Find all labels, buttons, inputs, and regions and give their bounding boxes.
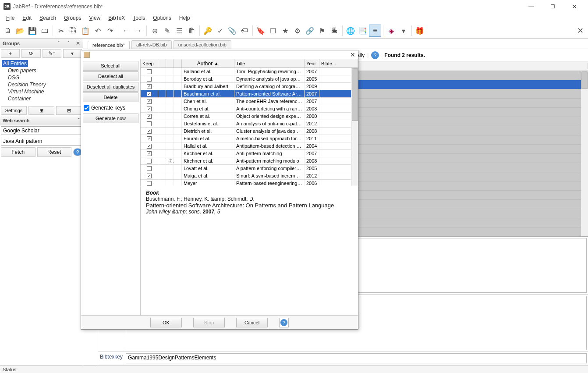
undo-icon[interactable]: ↶ [92,25,104,37]
print-icon[interactable]: 🖶 [328,25,340,37]
import-row[interactable]: ✓Buschmann et al.Pattern-oriented Softwa… [141,90,358,98]
bookmark-icon[interactable]: 🔖 [255,25,267,37]
attach-icon[interactable]: 📎 [226,25,238,37]
ok-button[interactable]: OK [150,318,182,327]
import-row[interactable]: ✓Dietrich et al.Cluster analysis of java… [141,128,358,135]
import-row[interactable]: ⿻Kirchner et al.Anti-pattern matching mo… [141,157,358,165]
copy-key-icon[interactable]: 📑 [357,25,369,37]
tab-references[interactable]: references.bib* [88,41,130,49]
close-button[interactable]: ✕ [564,0,584,13]
cancel-button[interactable]: Cancel [236,318,268,327]
menu-view[interactable]: View [85,14,104,22]
websearch-query[interactable]: Java Anti pattern [1,137,82,146]
import-row[interactable]: ✓Kirchner et al.Anti-pattern matching200… [141,150,358,157]
group-all-entries[interactable]: All Entries [2,60,28,67]
import-row[interactable]: MeyerPattern-based reengineering o...200… [141,180,358,186]
group-add-button[interactable]: + [1,49,20,58]
bookmark2-icon[interactable]: ☐ [267,25,279,37]
generate-keys-checkbox[interactable]: Generate keys [83,103,138,113]
back-icon[interactable]: ← [120,25,132,37]
close-tab-icon[interactable]: ✕ [574,26,586,36]
import-row[interactable]: Balland et al.Tom: Piggybacking rewritin… [141,68,358,75]
group-settings-button[interactable]: ▾ [63,49,82,58]
flag-icon[interactable]: ⚑ [316,25,328,37]
menu-tools[interactable]: Tools [129,14,149,22]
menu-groups[interactable]: Groups [60,14,85,22]
fetch-button[interactable]: Fetch [1,147,35,157]
group-refresh-button[interactable]: ⟳ [21,49,40,58]
maximize-button[interactable]: ☐ [543,0,563,13]
deselect-all-button[interactable]: Deselect all [83,71,138,81]
link-icon[interactable]: 🔗 [304,25,316,37]
gift-icon[interactable]: 🎁 [414,25,426,37]
deselect-duplicates-button[interactable]: Deselect all duplicates [83,82,138,92]
import-row[interactable]: ✓Fourati et al.A metric-based approach f… [141,135,358,142]
delete-icon[interactable]: 🗑 [185,25,198,37]
globe-icon[interactable]: 🌐 [344,25,357,37]
dialog-close-icon[interactable]: ✕ [350,51,355,58]
import-table[interactable]: Keep Author ▲ Title Year Bibte... Ballan… [141,59,358,186]
menu-file[interactable]: File [3,14,18,22]
groups-close-icon[interactable]: ✕ [73,40,83,46]
col-import-bibtex[interactable]: Bibte... [319,59,358,67]
menu-help[interactable]: Help [176,14,194,22]
dropdown-icon[interactable]: ▾ [397,25,410,37]
import-scrollbar[interactable] [351,68,358,186]
menu-options[interactable]: Options [149,14,174,22]
copy-icon[interactable]: ⿻ [67,25,79,37]
groups-down-icon[interactable]: ˅ [64,40,73,46]
minimize-button[interactable]: — [521,0,541,13]
group-item[interactable]: Container [2,95,81,102]
import-row[interactable]: ✓Bradbury and JalbertDefining a catalog … [141,83,358,90]
col-import-title[interactable]: Title [234,59,305,67]
import-row[interactable]: Destefanis et al.An analysis of anti-mic… [141,120,358,128]
tag-icon[interactable]: 🏷 [238,25,251,37]
key-icon[interactable]: 🔑 [202,25,214,37]
import-row[interactable]: Lovatt et al.A pattern enforcing compile… [141,165,358,172]
scrollbar[interactable] [581,71,588,236]
settings-collapse-button[interactable]: ⊟ [56,106,82,115]
tab-allrefs[interactable]: all-refs-DB.bib [131,40,172,49]
import-row[interactable]: Boroday et al.Dynamic analysis of java a… [141,75,358,83]
col-import-year[interactable]: Year [305,59,319,67]
groups-up-icon[interactable]: ˄ [54,40,64,46]
menu-search[interactable]: Search [36,14,60,22]
cleanup-icon[interactable]: ✓ [214,25,226,37]
import-row[interactable]: ✓Correa et al.Object oriented design exp… [141,113,358,120]
dialog-help-icon[interactable]: ? [279,318,289,327]
stop-button[interactable]: Stop [193,318,225,327]
edit-strings-icon[interactable]: ☰ [173,25,185,37]
menu-edit[interactable]: Edit [19,14,35,22]
import-row[interactable]: ✓Maiga et al.Smurf: A svm-based incremen… [141,172,358,180]
help-icon[interactable]: ? [371,51,379,59]
group-item[interactable]: Decision Theory [2,81,81,88]
reset-button[interactable]: Reset [37,147,72,157]
paste-icon[interactable]: 📋 [79,25,92,37]
cut-icon[interactable]: ✂ [55,25,67,37]
tab-unsorted[interactable]: unsorted-collection.bib [174,40,231,49]
redo-icon[interactable]: ↷ [104,25,116,37]
group-item[interactable]: Virtual Machine [2,88,81,95]
select-all-button[interactable]: Select all [83,61,138,71]
forward-icon[interactable]: → [132,25,145,37]
new-icon[interactable]: 🗎 [2,25,14,37]
open-icon[interactable]: 📂 [14,25,26,37]
save-icon[interactable]: 💾 [26,25,39,37]
delete-button[interactable]: Delete [83,92,138,102]
save-all-icon[interactable]: 🗃 [39,25,51,37]
generate-now-button[interactable]: Generate now [83,114,138,123]
group-item[interactable]: DSG [2,74,81,81]
websearch-source[interactable]: Google Scholar [1,126,82,135]
col-author[interactable]: Author ▲ [182,59,234,67]
toggle-preview-icon[interactable]: ≡ [369,25,381,37]
import-row[interactable]: ✓Chong et al.Anti-counterfeiting with a … [141,105,358,113]
menu-bibtex[interactable]: BibTeX [105,14,128,22]
col-keep[interactable]: Keep [141,59,158,67]
import-row[interactable]: ✓Hallal et al.Antipattern-based detectio… [141,142,358,150]
gear-icon[interactable]: ⚙ [291,25,304,37]
group-auto-button[interactable]: ✎⁺ [43,49,61,58]
star-icon[interactable]: ★ [279,25,291,37]
push-icon[interactable]: ◈ [385,25,397,37]
settings-expand-button[interactable]: ⊞ [28,106,54,115]
import-row[interactable]: ✓Chen et al.The openEHR Java reference i… [141,98,358,105]
